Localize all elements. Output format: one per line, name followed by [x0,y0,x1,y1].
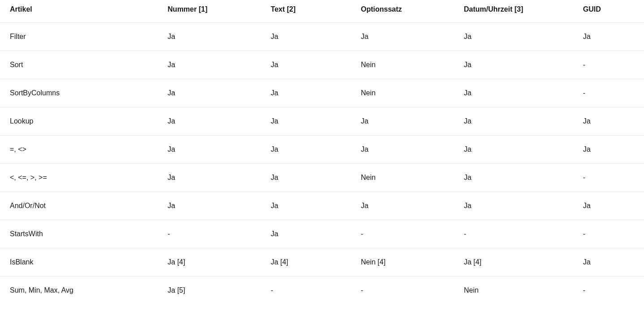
table-row: IsBlank Ja [4] Ja [4] Nein [4] Ja [4] Ja [0,248,644,277]
cell-datum: Ja [454,107,573,136]
table-row: Sort Ja Ja Nein Ja - [0,51,644,79]
cell-datum: Ja [454,79,573,107]
cell-artikel: StartsWith [0,220,158,248]
cell-optionssatz: Nein [351,79,454,107]
cell-optionssatz: Ja [351,192,454,220]
cell-nummer: Ja [158,164,261,192]
cell-artikel: IsBlank [0,248,158,277]
table-row: Lookup Ja Ja Ja Ja Ja [0,107,644,136]
header-artikel: Artikel [0,0,158,23]
capabilities-table: Artikel Nummer [1] Text [2] Optionssatz … [0,0,644,304]
cell-artikel: And/Or/Not [0,192,158,220]
cell-artikel: Filter [0,23,158,51]
cell-text: - [261,277,351,305]
cell-text: Ja [261,136,351,164]
cell-artikel: SortByColumns [0,79,158,107]
cell-nummer: - [158,220,261,248]
cell-optionssatz: Nein [351,51,454,79]
table-row: SortByColumns Ja Ja Nein Ja - [0,79,644,107]
cell-guid: Ja [573,23,644,51]
cell-optionssatz: Ja [351,107,454,136]
cell-text: Ja [261,192,351,220]
cell-text: Ja [261,107,351,136]
header-nummer: Nummer [1] [158,0,261,23]
cell-artikel: <, <=, >, >= [0,164,158,192]
cell-nummer: Ja [158,107,261,136]
table-row: Filter Ja Ja Ja Ja Ja [0,23,644,51]
cell-guid: Ja [573,107,644,136]
cell-datum: Ja [4] [454,248,573,277]
cell-text: Ja [261,79,351,107]
cell-datum: Ja [454,192,573,220]
header-optionssatz: Optionssatz [351,0,454,23]
cell-artikel: =, <> [0,136,158,164]
cell-optionssatz: - [351,277,454,305]
table-header-row: Artikel Nummer [1] Text [2] Optionssatz … [0,0,644,23]
cell-datum: Ja [454,136,573,164]
cell-datum: - [454,220,573,248]
cell-text: Ja [261,23,351,51]
cell-optionssatz: Ja [351,23,454,51]
header-guid: GUID [573,0,644,23]
cell-nummer: Ja [158,79,261,107]
cell-datum: Ja [454,23,573,51]
cell-text: Ja [261,220,351,248]
cell-guid: - [573,79,644,107]
cell-nummer: Ja [158,136,261,164]
cell-optionssatz: Nein [351,164,454,192]
table-row: =, <> Ja Ja Ja Ja Ja [0,136,644,164]
cell-optionssatz: Nein [4] [351,248,454,277]
cell-nummer: Ja [5] [158,277,261,305]
cell-guid: - [573,220,644,248]
cell-datum: Ja [454,51,573,79]
cell-artikel: Sort [0,51,158,79]
cell-text: Ja [261,164,351,192]
header-datum-uhrzeit: Datum/Uhrzeit [3] [454,0,573,23]
cell-guid: - [573,164,644,192]
cell-guid: Ja [573,248,644,277]
cell-optionssatz: - [351,220,454,248]
cell-artikel: Lookup [0,107,158,136]
table-row: And/Or/Not Ja Ja Ja Ja Ja [0,192,644,220]
cell-nummer: Ja [158,23,261,51]
cell-guid: Ja [573,192,644,220]
table-row: Sum, Min, Max, Avg Ja [5] - - Nein - [0,277,644,305]
cell-optionssatz: Ja [351,136,454,164]
cell-datum: Nein [454,277,573,305]
cell-guid: Ja [573,136,644,164]
cell-artikel: Sum, Min, Max, Avg [0,277,158,305]
cell-nummer: Ja [158,51,261,79]
cell-text: Ja [261,51,351,79]
cell-nummer: Ja [4] [158,248,261,277]
header-text: Text [2] [261,0,351,23]
table-row: StartsWith - Ja - - - [0,220,644,248]
cell-guid: - [573,277,644,305]
cell-guid: - [573,51,644,79]
cell-text: Ja [4] [261,248,351,277]
cell-nummer: Ja [158,192,261,220]
cell-datum: Ja [454,164,573,192]
table-row: <, <=, >, >= Ja Ja Nein Ja - [0,164,644,192]
